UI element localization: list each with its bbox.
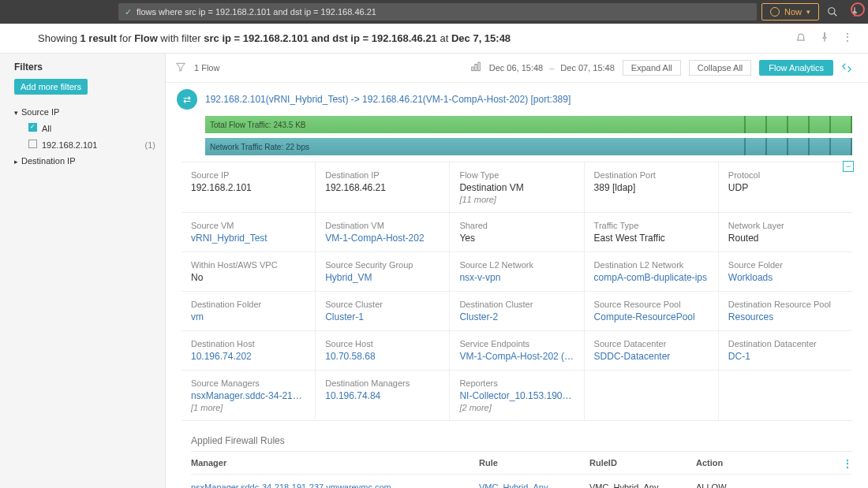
filters-title: Filters — [0, 61, 165, 79]
detail-link[interactable]: Resources — [728, 311, 843, 322]
collapse-icon[interactable] — [841, 62, 852, 73]
time-range: Dec 06, 15:48–Dec 07, 15:48 — [489, 63, 615, 73]
more-icon[interactable]: ⋮ — [843, 32, 852, 45]
filters-panel: Filters Add more filters ▾Source IPAll19… — [0, 54, 166, 488]
bell-icon[interactable] — [795, 32, 806, 45]
svg-rect-4 — [471, 67, 473, 71]
filter-item[interactable]: All — [24, 120, 165, 136]
detail-cell: Destination IP192.168.46.21 — [316, 162, 450, 212]
detail-cell: Source Security GroupHybrid_VM — [316, 252, 450, 291]
status-circle-icon — [851, 2, 865, 17]
filter-group[interactable]: ▸Destination IP — [0, 153, 165, 169]
pin-icon[interactable] — [819, 32, 830, 45]
detail-cell: Destination DatacenterDC-1 — [719, 331, 852, 370]
funnel-icon[interactable] — [175, 61, 186, 75]
detail-cell — [585, 371, 719, 420]
detail-cell: Source DatacenterSDDC-Datacenter — [585, 331, 719, 370]
svg-rect-6 — [478, 62, 480, 71]
detail-link[interactable]: Hybrid_VM — [325, 272, 440, 283]
detail-cell: Destination Port389 [ldap] — [585, 162, 719, 212]
detail-link[interactable]: DC-1 — [728, 351, 843, 362]
firewall-section-title: Applied Firewall Rules — [166, 421, 868, 451]
add-filters-button[interactable]: Add more filters — [14, 79, 88, 95]
expand-all-button[interactable]: Expand All — [623, 60, 681, 76]
manager-link[interactable]: nsxManager.sddc-34-218-191-237.vmwarevmc… — [191, 482, 479, 488]
detail-link[interactable]: NI-Collector_10.153.190.68 — [459, 390, 574, 401]
search-box[interactable]: ✓ flows where src ip = 192.168.2.101 and… — [118, 3, 757, 20]
detail-cell: Destination Foldervm — [181, 292, 316, 330]
detail-cell — [719, 371, 852, 420]
detail-cell: Source FolderWorkloads — [719, 252, 852, 291]
firewall-table-header: Manager Rule RuleID Action ⋮ — [191, 451, 852, 475]
rule-link[interactable]: VMC_Hybrid_Any — [479, 482, 589, 488]
detail-cell: Source ClusterCluster-1 — [316, 292, 450, 330]
svg-rect-5 — [475, 64, 477, 70]
detail-cell: Within Host/AWS VPCNo — [181, 252, 316, 291]
detail-link[interactable]: 10.196.74.84 — [325, 390, 440, 401]
detail-link[interactable]: compA-comB-duplicate-ips — [594, 272, 709, 283]
detail-cell: Destination Resource PoolResources — [719, 292, 852, 330]
detail-link[interactable]: Workloads — [728, 272, 843, 283]
detail-link[interactable]: nsxManager.sddc-34-218-19... — [191, 390, 305, 401]
detail-cell: Destination Host10.196.74.202 — [181, 331, 316, 370]
detail-cell: Destination VMVM-1-CompA-Host-202 — [316, 213, 450, 251]
detail-link[interactable]: vRNI_Hybrid_Test — [191, 233, 305, 244]
detail-cell: Source IP192.168.2.101 — [181, 162, 316, 212]
detail-cell: Service EndpointsVM-1-CompA-Host-202 (19… — [450, 331, 584, 370]
detail-cell: Flow TypeDestination VM[11 more] — [450, 162, 584, 212]
flow-title[interactable]: 192.168.2.101(vRNI_Hybrid_Test) -> 192.1… — [205, 94, 571, 105]
total-traffic-bar: Total Flow Traffic: 243.5 KB — [205, 116, 852, 133]
traffic-rate-bar: Network Traffic Rate: 22 bps — [205, 138, 852, 155]
detail-link[interactable]: SDDC-Datacenter — [594, 351, 709, 362]
detail-link[interactable]: VM-1-CompA-Host-202 (19... — [459, 351, 574, 362]
detail-cell: Destination L2 NetworkcompA-comB-duplica… — [585, 252, 719, 291]
detail-cell: Destination ClusterCluster-2 — [450, 292, 584, 330]
detail-link[interactable]: 10.70.58.68 — [325, 351, 440, 362]
collapse-details-button[interactable]: − — [843, 161, 854, 172]
detail-link[interactable]: Cluster-1 — [325, 311, 440, 322]
detail-cell: Source Host10.70.58.68 — [316, 331, 450, 370]
detail-cell: ReportersNI-Collector_10.153.190.68[2 mo… — [450, 371, 584, 420]
detail-link[interactable]: Compute-ResourcePool — [594, 311, 709, 322]
detail-link[interactable]: VM-1-CompA-Host-202 — [325, 233, 440, 244]
filter-item[interactable]: 192.168.2.101(1) — [24, 136, 165, 153]
check-icon: ✓ — [125, 7, 132, 17]
flow-count: 1 Flow — [194, 63, 219, 73]
stats-icon[interactable] — [470, 61, 481, 75]
detail-cell: SharedYes — [450, 213, 584, 251]
flow-analytics-button[interactable]: Flow Analytics — [759, 60, 833, 76]
detail-cell: ProtocolUDP — [719, 162, 852, 212]
detail-cell: Network LayerRouted — [719, 213, 852, 251]
table-row: nsxManager.sddc-34-218-191-237.vmwarevmc… — [191, 475, 852, 488]
detail-link[interactable]: vm — [191, 311, 305, 322]
collapse-all-button[interactable]: Collapse All — [689, 60, 751, 76]
detail-link[interactable]: nsx-v-vpn — [459, 272, 574, 283]
detail-cell: Source L2 Networknsx-v-vpn — [450, 252, 584, 291]
filter-group[interactable]: ▾Source IP — [0, 104, 165, 120]
detail-cell: Source VMvRNI_Hybrid_Test — [181, 213, 316, 251]
detail-link[interactable]: Cluster-2 — [459, 311, 574, 322]
table-more-icon[interactable]: ⋮ — [843, 458, 852, 469]
detail-cell: Destination Managers10.196.74.84 — [316, 371, 450, 420]
result-summary: Showing 1 result for Flow with filter sr… — [38, 32, 511, 44]
chevron-down-icon: ▾ — [806, 8, 810, 16]
detail-cell: Source Resource PoolCompute-ResourcePool — [585, 292, 719, 330]
clock-icon — [770, 7, 780, 17]
detail-cell: Traffic TypeEast West Traffic — [585, 213, 719, 251]
detail-link[interactable]: 10.196.74.202 — [191, 351, 305, 362]
svg-line-1 — [834, 13, 837, 17]
search-query: flows where src ip = 192.168.2.101 and d… — [137, 7, 376, 17]
svg-point-0 — [829, 8, 835, 14]
flow-icon: ⇄ — [177, 89, 197, 110]
time-selector[interactable]: Now ▾ — [761, 3, 819, 20]
search-icon[interactable] — [824, 3, 841, 20]
detail-cell: Source ManagersnsxManager.sddc-34-218-19… — [181, 371, 316, 420]
